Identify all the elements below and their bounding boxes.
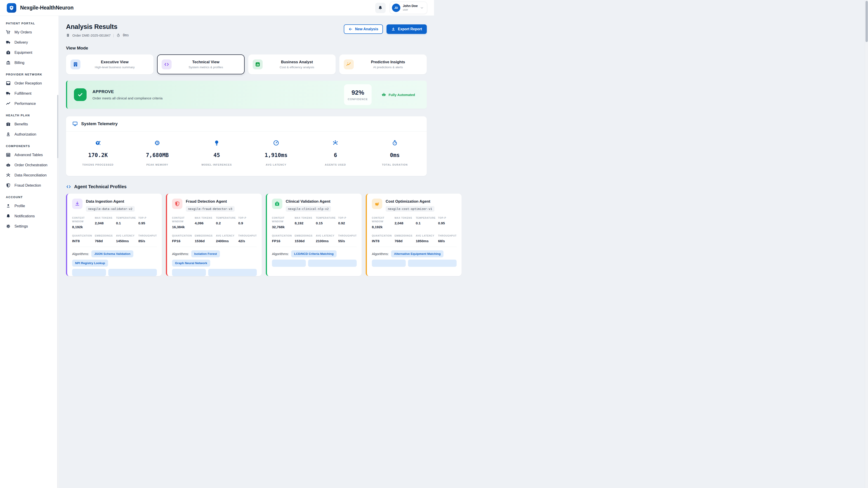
spec-label: MAX TOKENS <box>395 216 414 220</box>
spec-label: AVG LATENCY <box>416 234 434 237</box>
agent-spec: MAX TOKENS 4,096 <box>195 216 215 229</box>
sidebar-item-fulfillment[interactable]: Fulfillment <box>0 88 59 98</box>
metric-label: TOKENS PROCESSED <box>68 163 128 166</box>
view-mode-predictive-insights[interactable]: Predictive Insights AI predictions & ale… <box>339 55 427 74</box>
agent-spec: CONTEXT WINDOW 32,768k <box>272 216 293 229</box>
bell-icon <box>6 214 11 219</box>
spec-value: FP16 <box>172 239 193 243</box>
robot-icon <box>381 92 386 97</box>
sidebar-item-settings[interactable]: Settings <box>0 221 59 231</box>
agent-model-chip: nexgile-fraud-detector-v3 <box>186 206 235 212</box>
agent-name: Data Ingestion Agent <box>86 199 135 204</box>
telemetry-metric: 7,680MB PEAK MEMORY <box>128 140 187 166</box>
sidebar-item-label: Equipment <box>14 51 32 55</box>
metric-label: PEAK MEMORY <box>128 163 187 166</box>
agent-spec: EMBEDDINGS 768d <box>95 234 115 243</box>
user-menu[interactable]: JD John Doe user <box>390 2 427 14</box>
chevron-down-icon <box>420 6 424 10</box>
order-id: Order DME-2025-001847 <box>72 33 111 37</box>
sidebar-item-my-orders[interactable]: My Orders <box>0 27 59 37</box>
spec-label: THROUGHPUT <box>138 234 157 237</box>
spec-label: CONTEXT WINDOW <box>272 216 293 223</box>
view-mode-executive-view[interactable]: Executive View High-level business summa… <box>66 55 153 74</box>
sidebar-item-label: Benefits <box>14 122 28 126</box>
sidebar-item-authorization[interactable]: Authorization <box>0 129 59 139</box>
export-report-button[interactable]: Export Report <box>386 24 427 34</box>
agent-card-data-ingestion-agent: Data Ingestion Agent nexgile-data-valida… <box>66 194 162 244</box>
page-title: Analysis Results <box>66 23 129 31</box>
shield-plus-icon <box>9 5 14 11</box>
sidebar-item-profile[interactable]: Profile <box>0 201 59 211</box>
agent-model-chip: nexgile-clinical-nlp-v2 <box>286 206 331 212</box>
new-analysis-button[interactable]: New Analysis <box>344 24 383 34</box>
view-mode-technical-view[interactable]: Technical View System metrics & profiles <box>157 55 245 74</box>
sidebar-section: PROVIDER NETWORK Order Reception Fulfill… <box>0 68 59 109</box>
gift-icon <box>6 122 11 127</box>
sidebar-scrollbar-thumb[interactable] <box>57 95 58 158</box>
metric-value: 45 <box>187 152 246 158</box>
spec-value: 16,384k <box>172 225 193 229</box>
spec-value: 2,048 <box>395 221 414 225</box>
bank-icon <box>6 60 11 65</box>
sidebar-item-order-orchestration[interactable]: Order Orchestration <box>0 160 59 170</box>
spec-label: TEMPERATURE <box>216 216 237 220</box>
view-mode-subtitle: System metrics & profiles <box>172 66 240 69</box>
sidebar-item-advanced-tables[interactable]: Advanced Tables <box>0 150 59 160</box>
spec-label: AVG LATENCY <box>116 234 137 237</box>
agent-spec: AVG LATENCY 2100ms <box>316 234 337 243</box>
spec-label: EMBEDDINGS <box>395 234 414 237</box>
stopwatch-icon <box>392 140 398 146</box>
view-mode-business-analyst[interactable]: Business Analyst Cost & efficiency analy… <box>248 55 336 74</box>
sidebar-item-label: Order Reception <box>14 81 42 86</box>
agent-spec: AVG LATENCY 1850ms <box>416 234 434 243</box>
spec-value: 2,048 <box>95 221 115 225</box>
sidebar-item-performance[interactable]: Performance <box>0 98 59 109</box>
agent-spec: EMBEDDINGS 768d <box>395 234 414 243</box>
spec-label: QUANTIZATION <box>72 234 93 237</box>
agent-spec: AVG LATENCY 2400ms <box>216 234 237 243</box>
shield-icon <box>175 201 180 206</box>
spec-value: 1850ms <box>416 239 434 243</box>
view-mode-title: Executive View <box>81 60 149 64</box>
agent-card-fraud-detection-agent: Fraud Detection Agent nexgile-fraud-dete… <box>166 194 262 244</box>
check-icon <box>77 92 84 98</box>
sidebar-item-order-reception[interactable]: Order Reception <box>0 78 59 88</box>
agent-spec: QUANTIZATION INT8 <box>372 234 393 243</box>
sidebar-item-label: Authorization <box>14 132 36 136</box>
spec-value: 2400ms <box>216 239 237 243</box>
shield-icon <box>6 183 11 188</box>
spec-value: 0.1 <box>116 221 137 225</box>
agent-spec: TEMPERATURE 0.15 <box>316 216 337 229</box>
spec-label: TOP-P <box>338 216 357 220</box>
sidebar-item-delivery[interactable]: Delivery <box>0 37 59 47</box>
user-name: John Doe <box>403 4 418 8</box>
sidebar-item-fraud-detection[interactable]: Fraud Detection <box>0 180 59 191</box>
truck-icon <box>6 40 11 45</box>
piggy-icon <box>374 201 380 206</box>
sidebar-item-billing[interactable]: Billing <box>0 58 59 68</box>
download-icon <box>74 201 80 206</box>
spec-value: 768d <box>95 239 115 243</box>
agent-spec: MAX TOKENS 2,048 <box>395 216 414 229</box>
agent-spec: QUANTIZATION INT8 <box>72 234 93 243</box>
hub-icon <box>6 173 11 177</box>
agent-spec: TOP-P 0.9 <box>238 216 257 229</box>
sidebar-item-benefits[interactable]: Benefits <box>0 119 59 129</box>
confidence-card: 92% CONFIDENCE <box>344 84 372 105</box>
inbox-icon <box>6 81 11 86</box>
metric-label: TOTAL DURATION <box>365 163 425 166</box>
sidebar-section: PATIENT PORTAL My Orders Delivery Equipm… <box>0 17 59 68</box>
confidence-value: 92% <box>351 89 364 96</box>
spec-label: MAX TOKENS <box>95 216 115 220</box>
sidebar-item-notifications[interactable]: Notifications <box>0 211 59 221</box>
sidebar-section: ACCOUNT Profile Notifications Settings <box>0 191 59 231</box>
decision-banner: APPROVE Order meets all clinical and com… <box>66 80 427 109</box>
agent-spec: MAX TOKENS 2,048 <box>95 216 115 229</box>
sidebar-item-label: Profile <box>14 204 25 208</box>
sidebar-item-equipment[interactable]: Equipment <box>0 47 59 58</box>
sidebar-item-label: Billing <box>14 61 24 65</box>
sidebar-item-label: Settings <box>14 224 28 228</box>
agent-spec: THROUGHPUT 85/s <box>138 234 157 243</box>
notifications-button[interactable] <box>375 3 385 13</box>
sidebar-item-data-reconciliation[interactable]: Data Reconciliation <box>0 170 59 180</box>
